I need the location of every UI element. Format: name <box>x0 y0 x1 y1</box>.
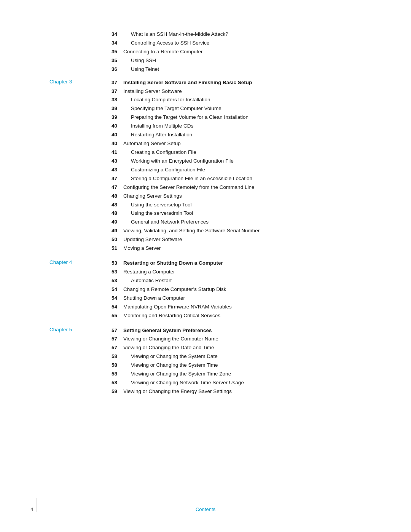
toc-entry: 59Viewing or Changing the Energy Saver S… <box>99 388 365 396</box>
entry-text: Restarting After Installation <box>123 131 192 139</box>
toc-entry: 39Preparing the Target Volume for a Clea… <box>99 113 365 121</box>
entry-text: Installing Server Software <box>123 88 182 96</box>
page-number: 54 <box>99 294 117 302</box>
entry-text: Shutting Down a Computer <box>123 294 185 302</box>
entry-text: Using the serversetup Tool <box>123 201 192 209</box>
toc-entry: 43Customizing a Configuration File <box>99 166 365 174</box>
chapter-title-text: Restarting or Shutting Down a Computer <box>123 259 223 267</box>
page-number: 40 <box>99 122 117 130</box>
chapter-section: Chapter 453Restarting or Shutting Down a… <box>99 259 365 320</box>
entry-text: Connecting to a Remote Computer <box>123 48 203 56</box>
page-number: 38 <box>99 96 117 104</box>
toc-entry: 57Viewing or Changing the Computer Name <box>99 335 365 343</box>
chapter-label: Chapter 4 <box>49 259 91 265</box>
page-number: 47 <box>99 175 117 183</box>
page-number: 53 <box>99 268 117 276</box>
entry-text: Monitoring and Restarting Critical Servi… <box>123 312 220 320</box>
page-number: 58 <box>99 361 117 369</box>
entry-text: Moving a Server <box>123 244 161 252</box>
page-number: 51 <box>99 244 117 252</box>
page-number: 35 <box>99 57 117 65</box>
entry-text: Installing from Multiple CDs <box>123 122 193 130</box>
footer-page-num: 4 <box>30 506 33 512</box>
page-number: 43 <box>99 166 117 174</box>
toc-entry: 54Manipulating Open Firmware NVRAM Varia… <box>99 303 365 311</box>
toc-entry: 49General and Network Preferences <box>99 218 365 226</box>
page-number: 57 <box>99 344 117 352</box>
toc-entry: 48Using the serversetup Tool <box>99 201 365 209</box>
toc-entry: 47Storing a Configuration File in an Acc… <box>99 175 365 183</box>
chapter-title-row: 53Restarting or Shutting Down a Computer <box>99 259 365 267</box>
page-number: 54 <box>99 286 117 294</box>
chapter-section: Chapter 337Installing Server Software an… <box>99 79 365 252</box>
toc-entry: 57Viewing or Changing the Date and Time <box>99 344 365 352</box>
page-number: 58 <box>99 353 117 361</box>
entry-text: Changing a Remote Computer’s Startup Dis… <box>123 286 226 294</box>
toc-entry: 55Monitoring and Restarting Critical Ser… <box>99 312 365 320</box>
entry-text: Viewing, Validating, and Setting the Sof… <box>123 227 260 235</box>
entry-text: Locating Computers for Installation <box>123 96 210 104</box>
entry-text: Viewing or Changing the System Time Zone <box>123 370 231 378</box>
entry-text: Restarting a Computer <box>123 268 175 276</box>
page-number: 48 <box>99 209 117 217</box>
toc-entry: 47Configuring the Server Remotely from t… <box>99 184 365 192</box>
toc-entry: 35Connecting to a Remote Computer <box>99 48 365 56</box>
chapters-block: Chapter 337Installing Server Software an… <box>99 79 365 396</box>
toc-entry: 53Restarting a Computer <box>99 268 365 276</box>
chapter-title-text: Installing Server Software and Finishing… <box>123 79 252 87</box>
toc-entry: 48Changing Server Settings <box>99 192 365 200</box>
page-number: 39 <box>99 105 117 113</box>
page-number: 55 <box>99 312 117 320</box>
page-number: 50 <box>99 236 117 244</box>
page-number: 58 <box>99 379 117 387</box>
page-number: 48 <box>99 201 117 209</box>
chapter-label: Chapter 5 <box>49 327 91 332</box>
entry-text: Viewing or Changing the Date and Time <box>123 344 214 352</box>
toc-entry: 58Viewing or Changing the System Date <box>99 353 365 361</box>
chapter-page-num: 37 <box>99 79 117 87</box>
page-number: 40 <box>99 131 117 139</box>
entry-text: Viewing or Changing the Energy Saver Set… <box>123 388 232 396</box>
page-number: 49 <box>99 227 117 235</box>
entry-text: Using SSH <box>123 57 156 65</box>
entry-text: Automatic Restart <box>123 277 172 285</box>
page-number: 34 <box>99 39 117 47</box>
page: 34What is an SSH Man-in-the-Middle Attac… <box>0 0 411 532</box>
toc-entry: 37Installing Server Software <box>99 88 365 96</box>
entry-text: Working with an Encrypted Configuration … <box>123 157 234 165</box>
entry-text: Viewing or Changing the Computer Name <box>123 335 218 343</box>
pre-chapter3-block: 34What is an SSH Man-in-the-Middle Attac… <box>99 30 365 73</box>
entry-text: Changing Server Settings <box>123 192 182 200</box>
toc-entry: 38Locating Computers for Installation <box>99 96 365 104</box>
toc-entry: 50Updating Server Software <box>99 236 365 244</box>
toc-entry: 49Viewing, Validating, and Setting the S… <box>99 227 365 235</box>
entry-text: Viewing or Changing the System Date <box>123 353 218 361</box>
footer-divider <box>37 498 37 512</box>
entry-text: Preparing the Target Volume for a Clean … <box>123 113 249 121</box>
toc-entry: 39Specifying the Target Computer Volume <box>99 105 365 113</box>
entry-text: Storing a Configuration File in an Acces… <box>123 175 252 183</box>
entry-text: Viewing or Changing the System Time <box>123 361 218 369</box>
chapter-section: Chapter 557Setting General System Prefer… <box>99 327 365 396</box>
toc-entry: 58Viewing or Changing Network Time Serve… <box>99 379 365 387</box>
entry-text: Creating a Configuration File <box>123 149 196 157</box>
toc-entry: 35Using SSH <box>99 57 365 65</box>
entry-text: Customizing a Configuration File <box>123 166 205 174</box>
toc-entry: 41Creating a Configuration File <box>99 149 365 157</box>
content-area: 34What is an SSH Man-in-the-Middle Attac… <box>99 30 365 396</box>
page-number: 59 <box>99 388 117 396</box>
entry-text: Automating Server Setup <box>123 140 181 148</box>
entry-text: Configuring the Server Remotely from the… <box>123 184 254 192</box>
page-number: 34 <box>99 30 117 38</box>
page-number: 36 <box>99 66 117 73</box>
entry-text: Updating Server Software <box>123 236 182 244</box>
footer-contents-label: Contents <box>196 506 215 512</box>
page-number: 37 <box>99 88 117 96</box>
entry-text: Manipulating Open Firmware NVRAM Variabl… <box>123 303 232 311</box>
chapter-title-row: 57Setting General System Preferences <box>99 327 365 335</box>
chapter-page-num: 57 <box>99 327 117 335</box>
toc-entry: 34What is an SSH Man-in-the-Middle Attac… <box>99 30 365 38</box>
toc-entry: 58Viewing or Changing the System Time <box>99 361 365 369</box>
chapter-page-num: 53 <box>99 259 117 267</box>
page-number: 41 <box>99 149 117 157</box>
